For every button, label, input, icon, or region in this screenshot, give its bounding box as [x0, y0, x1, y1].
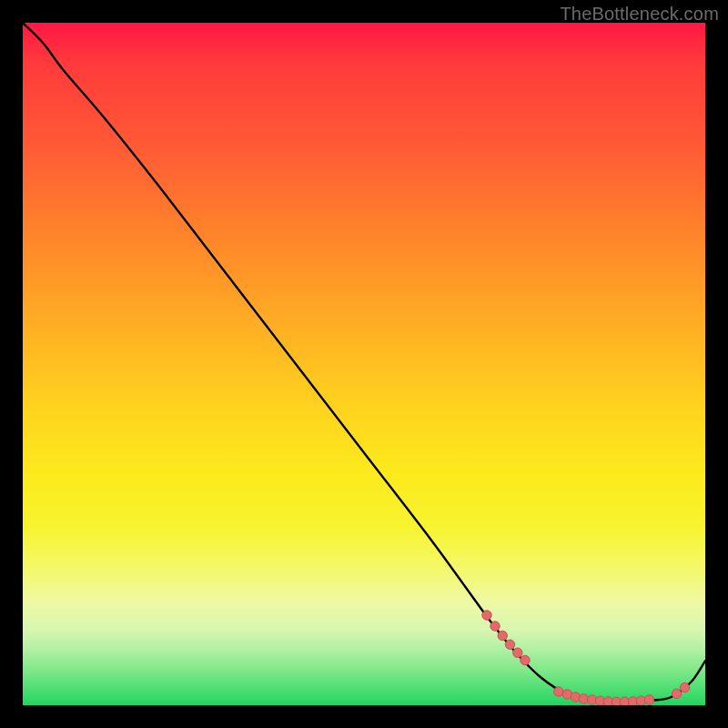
- plot-area: [23, 23, 705, 705]
- watermark-text: TheBottleneck.com: [560, 4, 719, 25]
- chart-container: TheBottleneck.com: [0, 0, 728, 728]
- heat-gradient-background: [23, 23, 705, 705]
